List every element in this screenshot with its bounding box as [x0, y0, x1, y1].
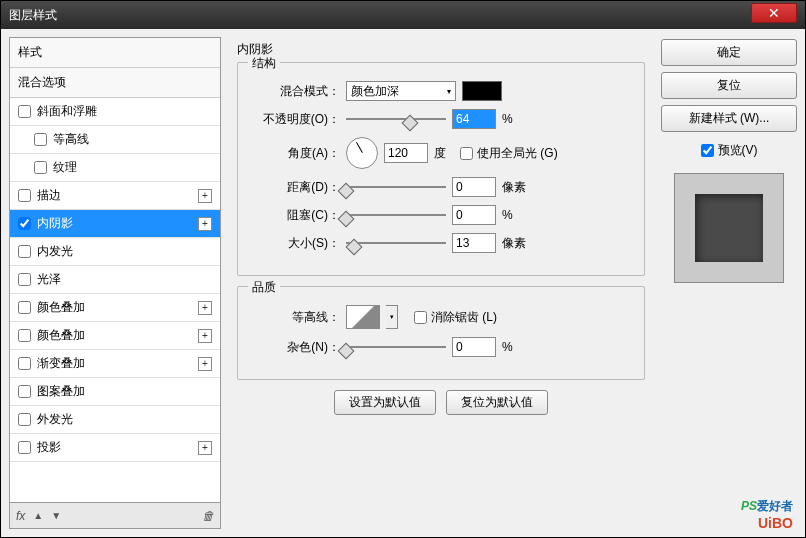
- style-item[interactable]: 纹理: [10, 154, 220, 182]
- trash-icon[interactable]: 🗑: [202, 509, 214, 523]
- style-item[interactable]: 描边+: [10, 182, 220, 210]
- style-item-checkbox[interactable]: [18, 385, 31, 398]
- style-item[interactable]: 外发光: [10, 406, 220, 434]
- styles-header[interactable]: 样式: [10, 38, 220, 68]
- style-item-label: 颜色叠加: [37, 327, 192, 344]
- angle-input[interactable]: [384, 143, 428, 163]
- style-item-checkbox[interactable]: [18, 245, 31, 258]
- global-light-check[interactable]: [460, 147, 473, 160]
- middle-panel: 内阴影 结构 混合模式： 颜色加深 ▾ 不透明度(O)： %: [229, 37, 653, 529]
- add-effect-icon[interactable]: +: [198, 217, 212, 231]
- watermark-rest: 爱好者: [757, 499, 793, 513]
- contour-dropdown[interactable]: ▾: [386, 305, 398, 329]
- close-button[interactable]: ✕: [751, 3, 797, 23]
- structure-legend: 结构: [248, 55, 280, 72]
- contour-swatch[interactable]: [346, 305, 380, 329]
- style-item-label: 颜色叠加: [37, 299, 192, 316]
- global-light-checkbox[interactable]: 使用全局光 (G): [460, 145, 558, 162]
- style-item-label: 斜面和浮雕: [37, 103, 212, 120]
- antialias-label: 消除锯齿 (L): [431, 309, 497, 326]
- style-item[interactable]: 内发光: [10, 238, 220, 266]
- style-item[interactable]: 等高线: [10, 126, 220, 154]
- style-item[interactable]: 渐变叠加+: [10, 350, 220, 378]
- preview-label: 预览(V): [718, 142, 758, 159]
- add-effect-icon[interactable]: +: [198, 301, 212, 315]
- arrow-down-icon[interactable]: ▼: [51, 510, 61, 521]
- add-effect-icon[interactable]: +: [198, 357, 212, 371]
- left-footer: fx ▲ ▼ 🗑: [9, 503, 221, 529]
- blend-mode-select[interactable]: 颜色加深 ▾: [346, 81, 456, 101]
- quality-fieldset: 品质 等高线： ▾ 消除锯齿 (L) 杂色(N)： %: [237, 286, 645, 380]
- preview-box: [674, 173, 784, 283]
- style-item-checkbox[interactable]: [18, 105, 31, 118]
- angle-label: 角度(A)：: [252, 145, 340, 162]
- antialias-checkbox[interactable]: 消除锯齿 (L): [414, 309, 497, 326]
- blend-mode-label: 混合模式：: [252, 83, 340, 100]
- blend-options-header[interactable]: 混合选项: [10, 68, 220, 98]
- watermark-site: UiBO: [741, 515, 793, 531]
- style-item[interactable]: 图案叠加: [10, 378, 220, 406]
- noise-slider[interactable]: [346, 339, 446, 355]
- style-item-checkbox[interactable]: [34, 133, 47, 146]
- ok-button[interactable]: 确定: [661, 39, 797, 66]
- preview-swatch: [695, 194, 763, 262]
- style-item-checkbox[interactable]: [34, 161, 47, 174]
- titlebar: 图层样式 ✕: [1, 1, 805, 29]
- window-title: 图层样式: [9, 7, 751, 24]
- preview-check[interactable]: [701, 144, 714, 157]
- add-effect-icon[interactable]: +: [198, 189, 212, 203]
- style-item-checkbox[interactable]: [18, 273, 31, 286]
- defaults-row: 设置为默认值 复位为默认值: [237, 390, 645, 415]
- structure-fieldset: 结构 混合模式： 颜色加深 ▾ 不透明度(O)： % 角度(A)：: [237, 62, 645, 276]
- angle-dial[interactable]: [346, 137, 378, 169]
- style-item-checkbox[interactable]: [18, 357, 31, 370]
- style-list: 样式 混合选项 斜面和浮雕等高线纹理描边+内阴影+内发光光泽颜色叠加+颜色叠加+…: [9, 37, 221, 503]
- distance-label: 距离(D)：: [252, 179, 340, 196]
- opacity-label: 不透明度(O)：: [252, 111, 340, 128]
- opacity-slider[interactable]: [346, 111, 446, 127]
- reset-default-button[interactable]: 复位为默认值: [446, 390, 548, 415]
- choke-input[interactable]: [452, 205, 496, 225]
- distance-input[interactable]: [452, 177, 496, 197]
- choke-slider[interactable]: [346, 207, 446, 223]
- style-item-checkbox[interactable]: [18, 441, 31, 454]
- style-item[interactable]: 光泽: [10, 266, 220, 294]
- style-item-checkbox[interactable]: [18, 329, 31, 342]
- style-item[interactable]: 投影+: [10, 434, 220, 462]
- noise-label: 杂色(N)：: [252, 339, 340, 356]
- angle-unit: 度: [434, 145, 446, 162]
- opacity-unit: %: [502, 112, 513, 126]
- preview-checkbox[interactable]: 预览(V): [661, 142, 797, 159]
- arrow-up-icon[interactable]: ▲: [33, 510, 43, 521]
- section-title: 内阴影: [237, 41, 645, 58]
- distance-slider[interactable]: [346, 179, 446, 195]
- add-effect-icon[interactable]: +: [198, 329, 212, 343]
- size-input[interactable]: [452, 233, 496, 253]
- style-item-checkbox[interactable]: [18, 413, 31, 426]
- style-item[interactable]: 颜色叠加+: [10, 294, 220, 322]
- new-style-button[interactable]: 新建样式 (W)...: [661, 105, 797, 132]
- style-item-checkbox[interactable]: [18, 217, 31, 230]
- set-default-button[interactable]: 设置为默认值: [334, 390, 436, 415]
- style-item-label: 投影: [37, 439, 192, 456]
- shadow-color-swatch[interactable]: [462, 81, 502, 101]
- reset-button[interactable]: 复位: [661, 72, 797, 99]
- antialias-check[interactable]: [414, 311, 427, 324]
- fx-label: fx: [16, 509, 25, 523]
- style-item[interactable]: 斜面和浮雕: [10, 98, 220, 126]
- style-item-label: 外发光: [37, 411, 212, 428]
- global-light-label: 使用全局光 (G): [477, 145, 558, 162]
- choke-unit: %: [502, 208, 513, 222]
- blend-mode-value: 颜色加深: [351, 83, 399, 100]
- noise-input[interactable]: [452, 337, 496, 357]
- style-item-checkbox[interactable]: [18, 301, 31, 314]
- style-item-checkbox[interactable]: [18, 189, 31, 202]
- size-slider[interactable]: [346, 235, 446, 251]
- contour-label: 等高线：: [252, 309, 340, 326]
- size-unit: 像素: [502, 235, 526, 252]
- style-item[interactable]: 颜色叠加+: [10, 322, 220, 350]
- opacity-input[interactable]: [452, 109, 496, 129]
- add-effect-icon[interactable]: +: [198, 441, 212, 455]
- style-item-label: 内发光: [37, 243, 212, 260]
- style-item[interactable]: 内阴影+: [10, 210, 220, 238]
